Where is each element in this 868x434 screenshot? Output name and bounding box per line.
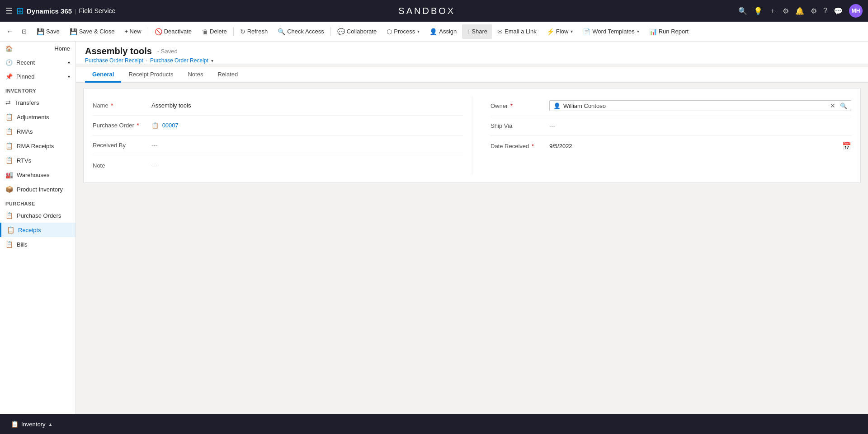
collaborate-button[interactable]: 💬 Collaborate xyxy=(333,24,382,39)
name-value[interactable]: Assembly tools xyxy=(151,102,463,109)
rma-receipts-icon: 📋 xyxy=(5,142,13,149)
sidebar-item-bills[interactable]: 📋 Bills xyxy=(0,237,75,252)
date-received-value[interactable]: 9/5/2022 xyxy=(549,143,839,149)
rmas-icon: 📋 xyxy=(5,128,13,135)
word-templates-button[interactable]: 📄 Word Templates ▾ xyxy=(578,24,643,39)
flow-dropdown-icon: ▾ xyxy=(571,29,573,34)
process-button[interactable]: ⬡ Process ▾ xyxy=(382,24,424,39)
tab-general-label: General xyxy=(92,71,114,78)
sidebar-receipts-label: Receipts xyxy=(18,227,41,233)
back-button[interactable]: ← xyxy=(4,24,16,39)
sidebar-purchase-orders-label: Purchase Orders xyxy=(17,212,61,219)
plus-icon[interactable]: ＋ xyxy=(769,6,776,16)
sidebar-item-transfers[interactable]: ⇄ Transfers xyxy=(0,95,75,110)
brand: ⊞ Dynamics 365 | Field Service xyxy=(16,5,115,16)
bottombar-label: Inventory xyxy=(21,421,45,428)
settings-icon[interactable]: ⚙ xyxy=(811,7,817,15)
sidebar-item-product-inventory[interactable]: 📦 Product Inventory xyxy=(0,182,75,196)
received-by-value[interactable]: --- xyxy=(151,142,463,149)
sidebar-recent[interactable]: 🕐 Recent ▾ xyxy=(0,56,75,70)
assign-button[interactable]: 👤 Assign xyxy=(425,24,461,39)
save-close-icon: 💾 xyxy=(70,28,77,35)
sidebar-recent-label: Recent xyxy=(16,59,35,66)
delete-label: Delete xyxy=(210,28,227,35)
tab-related-label: Related xyxy=(217,71,238,78)
sidebar-item-receipts[interactable]: 📋 Receipts xyxy=(0,223,75,237)
breadcrumb-dropdown-icon[interactable]: ▾ xyxy=(211,58,213,63)
new-button[interactable]: + New xyxy=(120,24,146,39)
form-grid: Name * Assembly tools Purchase Order * 📋… xyxy=(84,89,860,182)
check-access-icon: 🔍 xyxy=(278,28,285,35)
restore-button[interactable]: ⊡ xyxy=(17,24,31,39)
lightbulb-icon[interactable]: 💡 xyxy=(754,7,763,15)
run-report-button[interactable]: 📊 Run Report xyxy=(645,24,693,39)
deactivate-label: Deactivate xyxy=(164,28,192,35)
warehouses-icon: 🏭 xyxy=(5,171,13,178)
owner-field[interactable]: 👤 William Contoso ✕ 🔍 xyxy=(549,100,851,111)
tab-general[interactable]: General xyxy=(85,67,121,83)
note-value[interactable]: --- xyxy=(151,162,463,169)
share-button[interactable]: ↑ Share xyxy=(462,24,492,39)
form-area: Name * Assembly tools Purchase Order * 📋… xyxy=(83,88,861,183)
filter-icon[interactable]: ⚙ xyxy=(783,7,789,15)
email-link-button[interactable]: ✉ Email a Link xyxy=(493,24,541,39)
sidebar-product-inventory-label: Product Inventory xyxy=(17,186,63,193)
record-saved-status: - Saved xyxy=(157,48,178,55)
tab-receipt-products[interactable]: Receipt Products xyxy=(121,67,180,83)
brand-name: Dynamics 365 xyxy=(27,7,72,15)
new-label: + New xyxy=(124,28,141,35)
sidebar-item-rma-receipts[interactable]: 📋 RMA Receipts xyxy=(0,139,75,153)
tab-notes[interactable]: Notes xyxy=(180,67,210,83)
owner-clear-icon[interactable]: ✕ xyxy=(830,102,835,109)
calendar-icon[interactable]: 📅 xyxy=(842,142,851,150)
search-icon[interactable]: 🔍 xyxy=(738,7,747,15)
chat-icon[interactable]: 💬 xyxy=(834,7,843,15)
deactivate-button[interactable]: 🚫 Deactivate xyxy=(150,24,196,39)
sidebar-item-rmas[interactable]: 📋 RMAs xyxy=(0,124,75,139)
flow-label: Flow xyxy=(556,28,568,35)
tab-related[interactable]: Related xyxy=(210,67,245,83)
sidebar-item-purchase-orders[interactable]: 📋 Purchase Orders xyxy=(0,208,75,223)
process-label: Process xyxy=(394,28,415,35)
save-button[interactable]: 💾 Save xyxy=(32,24,64,39)
email-link-label: Email a Link xyxy=(505,28,537,35)
save-close-label: Save & Close xyxy=(79,28,115,35)
purchase-order-icon: 📋 xyxy=(151,122,159,129)
brand-module: Field Service xyxy=(79,7,115,14)
breadcrumb-item-1[interactable]: Purchase Order Receipt xyxy=(85,57,143,64)
purchase-order-value[interactable]: 📋 00007 xyxy=(151,122,463,129)
owner-lookup-icon[interactable]: 🔍 xyxy=(840,103,847,109)
bell-icon[interactable]: 🔔 xyxy=(795,7,804,15)
sidebar-item-warehouses[interactable]: 🏭 Warehouses xyxy=(0,168,75,182)
sidebar-section-inventory: Inventory xyxy=(0,84,75,95)
avatar[interactable]: MH xyxy=(849,4,863,18)
save-close-button[interactable]: 💾 Save & Close xyxy=(65,24,119,39)
delete-icon: 🗑 xyxy=(202,28,208,35)
separator-1 xyxy=(148,27,148,36)
refresh-icon: ↻ xyxy=(240,28,245,35)
sidebar-item-adjustments[interactable]: 📋 Adjustments xyxy=(0,110,75,124)
receipts-icon: 📋 xyxy=(7,226,14,233)
sidebar-home[interactable]: 🏠 Home xyxy=(0,42,75,56)
help-icon[interactable]: ? xyxy=(823,7,827,15)
sidebar-pinned[interactable]: 📌 Pinned ▾ xyxy=(0,70,75,84)
check-access-button[interactable]: 🔍 Check Access xyxy=(273,24,329,39)
delete-button[interactable]: 🗑 Delete xyxy=(197,24,231,39)
flow-button[interactable]: ⚡ Flow ▾ xyxy=(542,24,577,39)
separator-3 xyxy=(330,27,331,36)
sidebar-item-rtvs[interactable]: 📋 RTVs xyxy=(0,153,75,168)
share-label: Share xyxy=(472,28,487,35)
hamburger-icon[interactable]: ☰ xyxy=(5,6,13,16)
breadcrumb-item-2[interactable]: Purchase Order Receipt xyxy=(150,57,208,64)
refresh-label: Refresh xyxy=(247,28,268,35)
purchase-orders-icon: 📋 xyxy=(5,212,13,219)
pinned-chevron-icon: ▾ xyxy=(68,74,70,79)
sidebar-rma-receipts-label: RMA Receipts xyxy=(17,143,54,149)
sidebar-adjustments-label: Adjustments xyxy=(17,114,49,121)
ship-via-value[interactable]: --- xyxy=(549,122,851,129)
refresh-button[interactable]: ↻ Refresh xyxy=(236,24,273,39)
form-row-purchase-order: Purchase Order * 📋 00007 xyxy=(93,116,463,135)
form-row-date-received: Date Received * 9/5/2022 📅 xyxy=(491,136,851,156)
bottombar-inventory[interactable]: 📋 Inventory ▲ xyxy=(7,419,56,429)
sandbox-label: SANDBOX xyxy=(115,6,738,16)
